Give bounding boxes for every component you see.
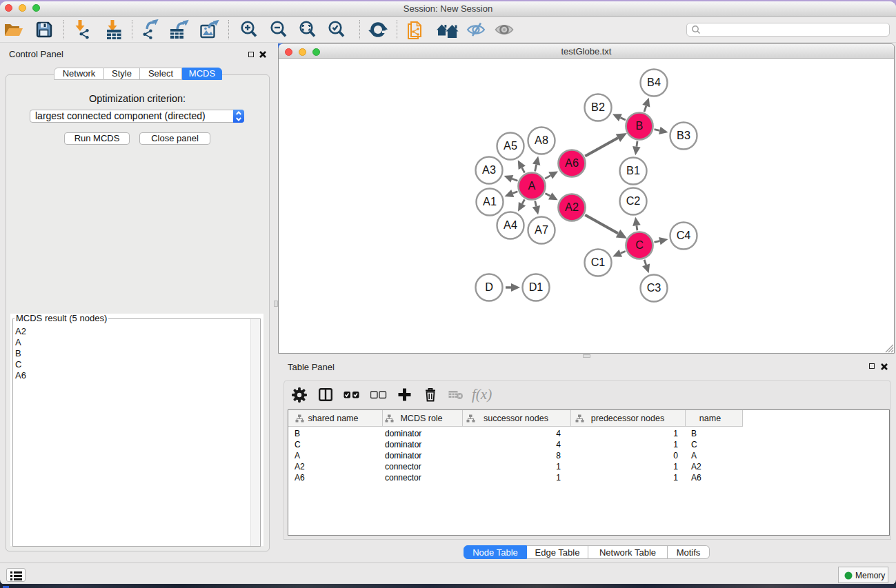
svg-text:C1: C1 — [591, 256, 606, 268]
svg-text:C4: C4 — [677, 229, 691, 241]
svg-text:D: D — [485, 281, 493, 293]
svg-text:D1: D1 — [529, 281, 544, 293]
svg-text:B: B — [636, 119, 644, 132]
svg-text:A1: A1 — [483, 195, 497, 207]
svg-text:A4: A4 — [504, 219, 517, 231]
svg-text:C3: C3 — [647, 281, 661, 294]
svg-text:B2: B2 — [591, 101, 605, 113]
svg-text:A7: A7 — [535, 223, 548, 236]
svg-text:A: A — [528, 179, 536, 192]
svg-text:C2: C2 — [626, 194, 641, 207]
svg-text:B1: B1 — [626, 164, 640, 176]
svg-text:B4: B4 — [647, 76, 661, 88]
svg-text:A2: A2 — [565, 201, 579, 213]
svg-text:A6: A6 — [565, 156, 579, 169]
svg-text:A5: A5 — [504, 139, 517, 152]
svg-text:C: C — [635, 239, 644, 251]
svg-text:A3: A3 — [482, 163, 496, 176]
svg-text:A8: A8 — [535, 134, 548, 146]
svg-text:B3: B3 — [677, 129, 690, 141]
